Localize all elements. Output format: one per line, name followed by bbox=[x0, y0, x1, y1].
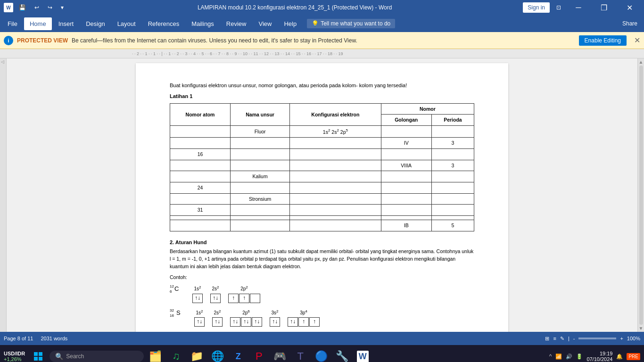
undo-button[interactable]: ↩ bbox=[32, 3, 42, 12]
orbital-boxes: ↑↓ ↑ ↑ bbox=[288, 317, 320, 327]
page-info: Page 8 of 11 bbox=[4, 336, 33, 341]
view-icon-print[interactable]: ⊞ bbox=[545, 336, 549, 342]
tell-me-text: Tell me what you want to do bbox=[321, 20, 390, 27]
taskbar-app-explorer[interactable]: 🗂️ bbox=[146, 347, 165, 362]
minimize-button[interactable]: ─ bbox=[568, 0, 589, 15]
cell-perioda: 5 bbox=[431, 220, 474, 231]
cell-golongan: IB bbox=[381, 220, 431, 231]
start-button[interactable] bbox=[29, 347, 48, 362]
sulfur-diagram: 32 16 S 1s2 ↑↓ 2s2 ↑↓ bbox=[170, 309, 474, 327]
search-bar[interactable]: 🔍 Search bbox=[50, 351, 144, 362]
cell-golongan bbox=[381, 149, 431, 160]
view-icon-web[interactable]: ≡ bbox=[553, 336, 556, 341]
sign-in-button[interactable]: Sign in bbox=[523, 2, 550, 13]
pre-badge: PRE bbox=[627, 353, 640, 360]
tab-home[interactable]: Home bbox=[24, 17, 52, 30]
orbital-box bbox=[250, 294, 260, 303]
orbital-label-2s: 2s2 bbox=[214, 309, 221, 316]
windows-icon bbox=[34, 352, 42, 361]
section2-body: Berdasarkan harga bilangan kuantum azimu… bbox=[170, 248, 474, 270]
col-konfigurasi: Konfigurasi elektron bbox=[290, 103, 381, 125]
redo-button[interactable]: ↪ bbox=[45, 3, 55, 12]
table-row: VIIIA 3 bbox=[170, 160, 474, 171]
contoh-label: Contoh: bbox=[170, 274, 474, 281]
word-count: 2031 words bbox=[41, 336, 67, 341]
col-perioda: Perioda bbox=[431, 115, 474, 126]
orbital-boxes: ↑↓ bbox=[270, 317, 280, 327]
scroll-up-button[interactable]: ▲ bbox=[639, 59, 644, 65]
close-protected-bar-button[interactable]: ✕ bbox=[634, 36, 640, 45]
tab-mailings[interactable]: Mailings bbox=[186, 17, 220, 30]
taskbar-app-teams[interactable]: T bbox=[291, 347, 310, 362]
taskbar-app-word[interactable]: W bbox=[353, 347, 372, 362]
restore-button[interactable]: ❐ bbox=[593, 0, 615, 15]
cell-golongan bbox=[381, 126, 431, 138]
svg-rect-0 bbox=[34, 352, 38, 356]
scroll-thumb[interactable] bbox=[639, 66, 643, 325]
scroll-area[interactable]: Buat konfigurasi elektron unsur-unsur, n… bbox=[7, 58, 637, 332]
orbital-boxes-2p: ↑ ↑ bbox=[228, 294, 260, 303]
scroll-down-button[interactable]: ▼ bbox=[639, 326, 644, 331]
tab-review[interactable]: Review bbox=[221, 17, 252, 30]
zoom-out-button[interactable]: - bbox=[573, 336, 575, 341]
volume-icon[interactable]: 🔊 bbox=[566, 354, 572, 360]
cell-nama-unsur bbox=[231, 216, 290, 220]
taskbar-app-zoom[interactable]: Z bbox=[229, 347, 248, 362]
date-display: 07/10/2024 bbox=[586, 356, 612, 362]
taskbar-app-spotify[interactable]: ♫ bbox=[166, 347, 185, 362]
protected-view-message: Be careful—files from the Internet can c… bbox=[72, 37, 357, 44]
tab-help[interactable]: Help bbox=[278, 17, 302, 30]
view-icon-read[interactable]: ✎ bbox=[560, 336, 564, 342]
tab-view[interactable]: View bbox=[253, 17, 277, 30]
cell-nomor-atom bbox=[170, 126, 231, 138]
taskbar-app-edge[interactable]: 🌐 bbox=[208, 347, 227, 362]
right-scrollbar[interactable]: ▲ ▼ bbox=[637, 58, 644, 332]
tab-layout[interactable]: Layout bbox=[112, 17, 141, 30]
cell-nama-unsur bbox=[231, 182, 290, 194]
tab-insert[interactable]: Insert bbox=[53, 17, 80, 30]
taskbar-app-files[interactable]: 📁 bbox=[187, 347, 206, 362]
col-nomor-atom: Nomor atom bbox=[170, 103, 231, 125]
enable-editing-button[interactable]: Enable Editing bbox=[579, 35, 627, 46]
cell-konfigurasi bbox=[290, 216, 381, 220]
chevron-icon[interactable]: ^ bbox=[549, 353, 552, 360]
cell-nomor-atom bbox=[170, 171, 231, 182]
carbon-atom-symbol: 12 6 C bbox=[170, 285, 185, 293]
zoom-level: 100% bbox=[627, 336, 640, 341]
orbital-box: ↑↓ bbox=[270, 317, 280, 327]
system-tray: ^ 📶 🔊 🔋 19:19 07/10/2024 🔔 PRE bbox=[549, 351, 640, 362]
carbon-diagram: 12 6 C 1s2 ↑↓ 2s2 ↑↓ bbox=[170, 285, 474, 303]
tab-file[interactable]: File bbox=[2, 17, 23, 30]
battery-icon[interactable]: 🔋 bbox=[576, 354, 583, 360]
title-text: LAMPIRAN modul 10.2 konfigurasi elektron… bbox=[198, 4, 392, 11]
tab-references[interactable]: References bbox=[142, 17, 185, 30]
taskbar-app-addon[interactable]: 🔧 bbox=[332, 347, 351, 362]
tab-design[interactable]: Design bbox=[80, 17, 110, 30]
zoom-slider[interactable] bbox=[578, 337, 616, 339]
orbital-box: ↑↓ bbox=[212, 317, 223, 327]
sulfur-3s-group: 3s2 ↑↓ bbox=[270, 309, 280, 327]
close-button[interactable]: ✕ bbox=[619, 0, 640, 15]
zoom-in-button[interactable]: + bbox=[620, 336, 623, 341]
cell-nomor-atom bbox=[170, 220, 231, 231]
save-button[interactable]: 💾 bbox=[16, 3, 29, 12]
left-margin: ◁ bbox=[0, 58, 7, 332]
cell-golongan: IV bbox=[381, 138, 431, 149]
tell-me-input[interactable]: 💡 Tell me what you want to do bbox=[307, 19, 395, 28]
taskbar-app-chrome[interactable]: 🔵 bbox=[312, 347, 330, 362]
left-margin-icon[interactable]: ◁ bbox=[0, 58, 6, 65]
quick-access-dropdown[interactable]: ▾ bbox=[58, 3, 66, 12]
notification-icon[interactable]: 🔔 bbox=[616, 354, 623, 360]
wifi-icon[interactable]: 📶 bbox=[555, 354, 562, 360]
ribbon-display-button[interactable]: ⊡ bbox=[553, 3, 564, 12]
ruler-inner: · · 2 · · 1 · · 1 · · | · · 1 · · 2 · · … bbox=[0, 49, 644, 58]
cell-nomor-atom bbox=[170, 160, 231, 171]
cell-perioda: 3 bbox=[431, 160, 474, 171]
taskbar-app-pinterest[interactable]: P bbox=[249, 347, 268, 362]
sulfur-3p-group: 3p4 ↑↓ ↑ ↑ bbox=[288, 309, 320, 327]
share-button[interactable]: Share bbox=[618, 18, 642, 29]
sulfur-atom-symbol: 32 16 S bbox=[170, 309, 187, 317]
cell-nomor-atom: 16 bbox=[170, 149, 231, 160]
taskbar-app-games[interactable]: 🎮 bbox=[270, 347, 289, 362]
clock[interactable]: 19:19 07/10/2024 bbox=[586, 351, 612, 362]
